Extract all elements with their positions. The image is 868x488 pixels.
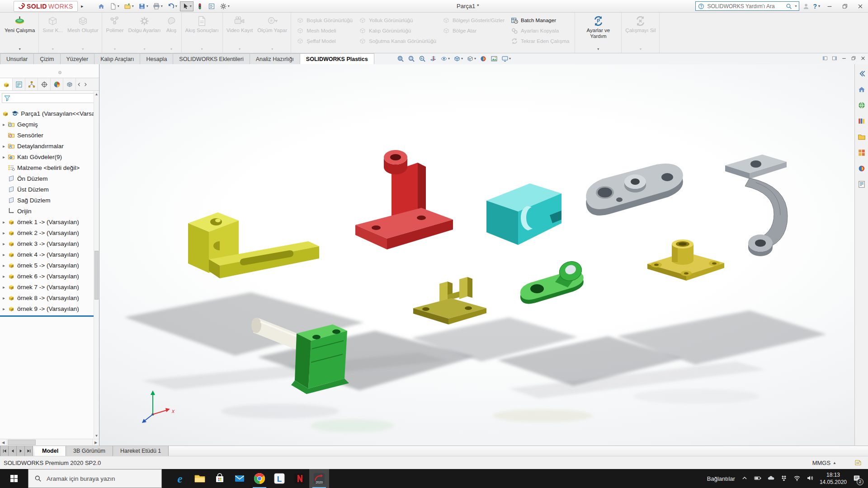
scrollbar-thumb[interactable] [94, 251, 99, 300]
document-pane-right-button[interactable] [832, 55, 837, 63]
tray-chevron-up-icon[interactable] [741, 474, 748, 483]
tray-label[interactable]: Bağlantılar [707, 475, 735, 482]
dropdown-caret-icon[interactable]: ▾ [52, 47, 54, 52]
dropdown-caret-icon[interactable]: ▾ [170, 47, 172, 52]
toggle-cube-faint[interactable]: Şeffaf Model [297, 37, 353, 45]
teal-guide-block[interactable] [486, 183, 561, 245]
graphics-viewport[interactable]: x [99, 64, 854, 446]
dropdown-caret-icon[interactable]: ▾ [114, 47, 116, 52]
rollback-bar[interactable] [0, 315, 99, 317]
yellow-angle-bracket[interactable] [188, 212, 319, 278]
previous-view-button[interactable] [419, 55, 426, 62]
taskbar-app-l-app[interactable]: L [269, 469, 289, 488]
menu-expand-button[interactable]: ▸ [79, 1, 86, 11]
manager-tab-propertymanager[interactable] [13, 78, 25, 90]
tree-item[interactable]: Üst Düzlem [0, 184, 99, 195]
gray-curved-arm[interactable] [725, 155, 788, 256]
gray-oval-plate[interactable] [586, 164, 683, 216]
toggle-cube-faint[interactable]: Bölgeyi Gösterir/Gizler [443, 16, 505, 24]
settings-help-button[interactable]: PAyarlar ve Yardım▾ [576, 14, 620, 52]
task-pane-file-explorer-button[interactable] [858, 133, 866, 143]
dropdown-caret-icon[interactable]: ▾ [461, 57, 463, 61]
tab-y-zeyler[interactable]: Yüzeyler [61, 53, 95, 64]
expand-arrow-icon[interactable]: ▸ [0, 220, 8, 225]
help-menu[interactable]: ?▾ [813, 3, 820, 10]
tab--izim[interactable]: Çizim [34, 53, 60, 64]
scroll-left-icon[interactable]: ◀ [0, 439, 7, 446]
measure-button[interactable]: Ölçüm Yapar▾ [255, 14, 289, 52]
view-orientation-button[interactable]: ▾ [467, 55, 476, 62]
toggle-copy-settings[interactable]: Ayarları Kopyala [511, 26, 569, 35]
toggle-cube-faint[interactable]: Yolluk Görünürlüğü [359, 16, 436, 24]
toggle-cube-faint[interactable]: Bölge Atar [443, 26, 505, 35]
taskbar-clock[interactable]: 18:1314.05.2020 [820, 471, 847, 486]
help-search-box[interactable]: SOLIDWORKS Yardım'ı Ara ▾ [695, 1, 799, 11]
flow-button[interactable]: Akış▾ [163, 14, 180, 52]
tray-volume-icon[interactable] [807, 474, 814, 483]
tree-item[interactable]: ▸örnek 1 -> (Varsayılan) [0, 216, 99, 227]
task-pane-custom-properties-button[interactable] [858, 180, 866, 190]
tab-analiz-haz-rl-[interactable]: Analiz Hazırlığı [250, 53, 300, 64]
mesh-button[interactable]: Mesh Oluştur▾ [65, 14, 100, 52]
manager-tab-plastics-manager[interactable] [63, 78, 76, 90]
task-pane-design-library-button[interactable] [858, 117, 866, 127]
task-pane-task-pane-toggle-button[interactable] [858, 70, 866, 80]
tree-item[interactable]: ▸örnek 4 -> (Varsayılan) [0, 249, 99, 260]
task-pane-view-palette-button[interactable] [858, 149, 866, 159]
hide-show-items-button[interactable]: ▾ [440, 55, 450, 62]
tree-item[interactable]: Sağ Düzlem [0, 195, 99, 206]
nav-next-button[interactable] [17, 446, 25, 456]
document-restore-button[interactable] [851, 55, 856, 63]
scrollbar-thumb[interactable] [8, 440, 36, 445]
zoom-fit-button[interactable] [397, 55, 404, 62]
options-button[interactable]: ▾ [218, 1, 231, 11]
nav-last-button[interactable] [25, 446, 33, 456]
taskbar-app-file-explorer[interactable] [190, 469, 210, 488]
red-hinge-bracket[interactable] [355, 150, 453, 249]
appearances-button[interactable] [480, 55, 487, 62]
toggle-batch-manager[interactable]: Batch Manager [511, 16, 569, 24]
dropdown-caret-icon[interactable]: ▾ [146, 5, 148, 8]
tab-scroll-right-button[interactable] [82, 78, 89, 90]
user-icon[interactable] [802, 3, 810, 10]
new-study-button[interactable]: Yeni Çalışma▾ [2, 14, 37, 52]
expand-arrow-icon[interactable]: ▸ [0, 263, 8, 268]
display-style-button[interactable]: ▾ [453, 55, 463, 62]
window-restore-button[interactable] [839, 1, 851, 11]
delete-study-button[interactable]: Çalışmayı Sil▾ [623, 14, 658, 52]
tree-item[interactable]: ▸örnek 6 -> (Varsayılan) [0, 271, 99, 282]
document-minimize-button[interactable] [841, 55, 847, 63]
tree-vertical-scrollbar[interactable]: ▲ ▼ [94, 91, 99, 438]
task-pane-solidworks-resources-button[interactable] [858, 101, 866, 111]
tray-battery-icon[interactable] [754, 474, 761, 483]
tree-horizontal-scrollbar[interactable]: ◀ ▶ [0, 439, 99, 446]
document-close-button[interactable] [860, 55, 866, 63]
expand-arrow-icon[interactable]: ▸ [0, 241, 8, 246]
expand-arrow-icon[interactable]: ▸ [0, 285, 8, 290]
expand-arrow-icon[interactable]: ▸ [0, 274, 8, 279]
tree-item[interactable]: ▸Geçmiş [0, 119, 99, 130]
document-tab-model[interactable]: Model [35, 446, 66, 456]
splitter-handle[interactable] [58, 71, 61, 74]
print-button[interactable]: ▾ [151, 1, 165, 11]
tree-filter-field[interactable] [2, 93, 97, 103]
select-arrow-button[interactable]: ▾ [180, 1, 193, 11]
task-pane-appearances-button[interactable] [858, 164, 866, 174]
scroll-down-icon[interactable]: ▼ [94, 433, 99, 438]
start-button[interactable] [0, 469, 28, 488]
toggle-cube-faint[interactable]: Mesh Modeli [297, 26, 353, 35]
tree-item[interactable]: ▸örnek 7 -> (Varsayılan) [0, 282, 99, 292]
dropdown-caret-icon[interactable]: ▾ [271, 47, 273, 52]
tab-solidworks-eklentileri[interactable]: SOLIDWORKS Eklentileri [173, 53, 250, 64]
dropdown-caret-icon[interactable]: ▾ [190, 5, 192, 8]
dropdown-caret-icon[interactable]: ▾ [509, 57, 511, 61]
expand-arrow-icon[interactable]: ▸ [0, 155, 8, 160]
tab-solidworks-plastics[interactable]: SOLIDWORKS Plastics [300, 53, 374, 64]
dropdown-caret-icon[interactable]: ▾ [19, 47, 21, 52]
scroll-right-icon[interactable]: ▶ [92, 439, 99, 446]
section-view-button[interactable] [429, 55, 437, 62]
nav-first-button[interactable] [0, 446, 9, 456]
open-button[interactable]: ▾ [122, 1, 136, 11]
yellow-flange-mount[interactable] [647, 239, 724, 281]
unit-system-selector[interactable]: MMGS▲ [812, 460, 836, 466]
